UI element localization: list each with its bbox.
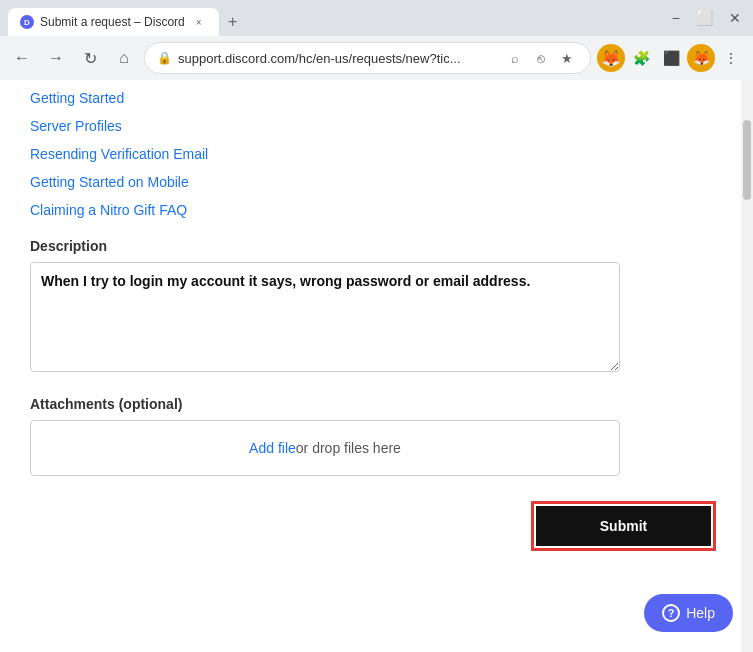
home-button[interactable]: ⌂ — [110, 44, 138, 72]
refresh-button[interactable]: ↻ — [76, 44, 104, 72]
main-content: Getting Started Server Profiles Resendin… — [0, 80, 741, 596]
tab-close-button[interactable]: × — [191, 14, 207, 30]
search-icon[interactable]: ⌕ — [504, 47, 526, 69]
forward-button[interactable]: → — [42, 44, 70, 72]
url-action-icons: ⌕ ⎋ ★ — [504, 47, 578, 69]
url-text: support.discord.com/hc/en-us/requests/ne… — [178, 51, 498, 66]
page-content: Getting Started Server Profiles Resendin… — [0, 80, 753, 652]
attachments-label: Attachments (optional) — [30, 396, 711, 412]
toolbar-icons: 🦊 🧩 ⬛ 🦊 ⋮ — [597, 44, 745, 72]
description-label: Description — [30, 238, 711, 254]
maximize-button[interactable]: ⬜ — [692, 8, 717, 28]
tab-favicon: D — [20, 15, 34, 29]
lock-icon: 🔒 — [157, 51, 172, 65]
new-tab-button[interactable]: + — [219, 8, 247, 36]
close-window-button[interactable]: ✕ — [725, 8, 745, 28]
back-button[interactable]: ← — [8, 44, 36, 72]
minimize-button[interactable]: − — [668, 8, 684, 28]
user-avatar-icon[interactable]: 🦊 — [687, 44, 715, 72]
metamask-icon[interactable]: 🦊 — [597, 44, 625, 72]
share-icon[interactable]: ⎋ — [530, 47, 552, 69]
description-textarea[interactable]: When I try to login my account it says, … — [30, 262, 620, 372]
suggestion-link-nitro-gift[interactable]: Claiming a Nitro Gift FAQ — [30, 202, 711, 218]
tab-bar: D Submit a request – Discord × + — [8, 0, 247, 36]
help-icon: ? — [662, 604, 680, 622]
suggestion-link-getting-started-mobile[interactable]: Getting Started on Mobile — [30, 174, 711, 190]
scrollbar-thumb[interactable] — [743, 120, 751, 200]
submit-area: Submit — [30, 506, 711, 546]
scrollbar-track[interactable] — [741, 80, 753, 652]
window-controls: − ⬜ ✕ — [668, 8, 745, 28]
help-button[interactable]: ? Help — [644, 594, 733, 632]
address-bar: ← → ↻ ⌂ 🔒 support.discord.com/hc/en-us/r… — [0, 36, 753, 80]
submit-button[interactable]: Submit — [536, 506, 711, 546]
help-label: Help — [686, 605, 715, 621]
page-scroll-area[interactable]: Getting Started Server Profiles Resendin… — [0, 80, 741, 652]
sidebar-toggle[interactable]: ⬛ — [657, 44, 685, 72]
active-tab[interactable]: D Submit a request – Discord × — [8, 8, 219, 36]
suggestion-link-resending-verification[interactable]: Resending Verification Email — [30, 146, 711, 162]
suggestion-link-server-profiles[interactable]: Server Profiles — [30, 118, 711, 134]
browser-window: D Submit a request – Discord × + − ⬜ ✕ ←… — [0, 0, 753, 652]
file-drop-zone[interactable]: Add file or drop files here — [30, 420, 620, 476]
extensions-icon[interactable]: 🧩 — [627, 44, 655, 72]
title-bar: D Submit a request – Discord × + − ⬜ ✕ — [0, 0, 753, 36]
attachments-section: Attachments (optional) Add file or drop … — [30, 396, 711, 476]
suggestion-link-getting-started[interactable]: Getting Started — [30, 90, 711, 106]
description-section: Description When I try to login my accou… — [30, 238, 711, 376]
drop-text: or drop files here — [296, 440, 401, 456]
add-file-link[interactable]: Add file — [249, 440, 296, 456]
suggestion-links: Getting Started Server Profiles Resendin… — [30, 90, 711, 218]
tab-title: Submit a request – Discord — [40, 15, 185, 29]
url-bar[interactable]: 🔒 support.discord.com/hc/en-us/requests/… — [144, 42, 591, 74]
menu-button[interactable]: ⋮ — [717, 44, 745, 72]
bookmark-icon[interactable]: ★ — [556, 47, 578, 69]
